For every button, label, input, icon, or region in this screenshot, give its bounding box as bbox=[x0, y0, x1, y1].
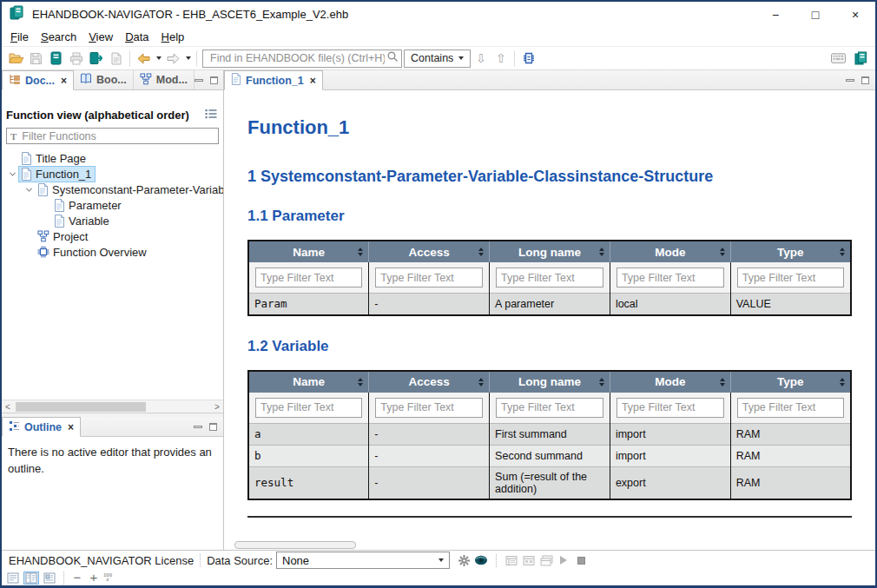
column-header-mode[interactable]: Mode bbox=[610, 241, 730, 262]
export-button[interactable] bbox=[86, 49, 106, 68]
column-header-name[interactable]: Name bbox=[248, 241, 369, 262]
scroll-right-icon[interactable]: > bbox=[211, 402, 223, 412]
menu-help[interactable]: Help bbox=[155, 29, 191, 45]
column-filter-input[interactable] bbox=[737, 398, 844, 418]
menu-file[interactable]: File bbox=[4, 29, 35, 45]
forward-history-caret[interactable] bbox=[183, 49, 193, 68]
open-file-button[interactable] bbox=[6, 49, 26, 68]
sort-icon[interactable] bbox=[840, 248, 845, 256]
close-icon[interactable]: × bbox=[310, 75, 316, 87]
play-icon[interactable] bbox=[555, 552, 572, 569]
find-input[interactable] bbox=[208, 51, 386, 65]
settings-gear-icon[interactable] bbox=[455, 552, 472, 569]
contains-dropdown[interactable]: Contains bbox=[404, 50, 471, 68]
back-history-caret[interactable] bbox=[154, 49, 163, 68]
column-filter-input[interactable] bbox=[617, 268, 724, 287]
search-icon[interactable] bbox=[386, 50, 399, 66]
column-filter-input[interactable] bbox=[737, 268, 844, 287]
ehandbook-file-button[interactable] bbox=[46, 49, 66, 68]
view-thumbnail-icon[interactable] bbox=[42, 571, 57, 585]
goto-model-button[interactable] bbox=[518, 49, 538, 68]
view-split-page-icon[interactable] bbox=[23, 571, 39, 585]
column-header-name[interactable]: Name bbox=[248, 371, 369, 393]
maximize-view-icon[interactable] bbox=[209, 423, 217, 431]
column-header-long-name[interactable]: Long name bbox=[490, 241, 610, 262]
name-link[interactable]: a bbox=[248, 423, 369, 445]
tab-outline[interactable]: Outline × bbox=[2, 417, 81, 437]
column-filter-input[interactable] bbox=[496, 398, 603, 418]
column-header-access[interactable]: Access bbox=[369, 241, 490, 262]
sort-icon[interactable] bbox=[599, 378, 604, 386]
maximize-view-icon[interactable] bbox=[210, 76, 218, 84]
expander-icon[interactable] bbox=[7, 172, 18, 176]
sort-icon[interactable] bbox=[720, 378, 725, 386]
menu-view[interactable]: View bbox=[82, 29, 119, 45]
back-button[interactable] bbox=[134, 49, 154, 68]
hscroll-thumb[interactable] bbox=[16, 402, 146, 412]
sort-icon[interactable] bbox=[358, 378, 363, 386]
filter-functions-input[interactable] bbox=[20, 129, 214, 143]
close-button[interactable]: × bbox=[835, 2, 875, 27]
tab-doc[interactable]: Doc...× bbox=[2, 70, 74, 90]
tab-boo[interactable]: Boo... bbox=[74, 70, 134, 89]
menu-data[interactable]: Data bbox=[119, 29, 155, 45]
print-button[interactable] bbox=[66, 49, 86, 68]
tab-function-1[interactable]: Function_1 × bbox=[224, 70, 323, 90]
column-filter-input[interactable] bbox=[375, 398, 483, 418]
sort-icon[interactable] bbox=[358, 248, 363, 256]
pdf-export-button[interactable] bbox=[106, 49, 126, 68]
menu-search[interactable]: Search bbox=[35, 29, 82, 45]
column-filter-input[interactable] bbox=[375, 268, 483, 287]
expander-icon[interactable] bbox=[23, 188, 35, 192]
column-filter-input[interactable] bbox=[255, 398, 362, 418]
forward-button[interactable] bbox=[163, 49, 183, 68]
shortcuts-icon[interactable] bbox=[828, 49, 848, 68]
measure-window-icon[interactable] bbox=[503, 552, 520, 569]
close-icon[interactable]: × bbox=[61, 75, 67, 87]
data-source-dropdown[interactable]: None bbox=[276, 552, 450, 569]
tree-item-systemconstant-parameter-variable-c[interactable]: Systemconstant-Parameter-Variable-C bbox=[2, 182, 223, 197]
tree-item-title-page[interactable]: Title Page bbox=[2, 150, 223, 166]
scroll-left-icon[interactable]: < bbox=[2, 402, 14, 412]
minimize-view-icon[interactable] bbox=[194, 426, 202, 428]
calibration-window-icon[interactable] bbox=[520, 552, 537, 569]
sort-icon[interactable] bbox=[840, 378, 845, 386]
sort-icon[interactable] bbox=[599, 248, 604, 256]
tree-item-project[interactable]: Project bbox=[2, 228, 223, 244]
visualization-eye-icon[interactable] bbox=[472, 552, 490, 569]
column-filter-input[interactable] bbox=[617, 398, 724, 418]
sort-icon[interactable] bbox=[478, 378, 484, 386]
minimize-view-icon[interactable] bbox=[195, 79, 203, 82]
ehandbook-help-icon[interactable] bbox=[851, 49, 871, 68]
view-menu-icon[interactable] bbox=[205, 107, 217, 122]
minimize-button[interactable]: − bbox=[755, 2, 795, 27]
tree-item-variable[interactable]: Variable bbox=[2, 213, 223, 228]
close-icon[interactable]: × bbox=[68, 421, 74, 433]
maximize-view-icon[interactable] bbox=[861, 76, 869, 84]
view-single-page-icon[interactable] bbox=[5, 571, 21, 585]
sort-icon[interactable] bbox=[478, 248, 484, 256]
tree-item-function_1[interactable]: Function_1 bbox=[2, 166, 223, 182]
zoom-in-button[interactable]: + bbox=[87, 573, 101, 582]
zoom-out-button[interactable]: − bbox=[70, 573, 84, 582]
stop-icon[interactable] bbox=[572, 552, 590, 569]
column-filter-input[interactable] bbox=[255, 268, 362, 287]
column-header-access[interactable]: Access bbox=[369, 371, 490, 393]
tab-mod[interactable]: Mod... bbox=[134, 70, 195, 89]
find-next-icon[interactable]: ⇩ bbox=[471, 49, 491, 68]
maximize-button[interactable]: □ bbox=[795, 2, 835, 27]
column-header-long-name[interactable]: Long name bbox=[490, 371, 610, 393]
column-filter-input[interactable] bbox=[496, 268, 603, 287]
editor-hscroll-thumb[interactable] bbox=[234, 541, 356, 549]
column-header-type[interactable]: Type bbox=[730, 241, 851, 262]
name-link[interactable]: Param bbox=[248, 294, 369, 315]
save-button[interactable] bbox=[26, 49, 46, 68]
experiment-window-icon[interactable] bbox=[537, 552, 555, 569]
sort-icon[interactable] bbox=[720, 248, 725, 256]
column-header-mode[interactable]: Mode bbox=[610, 371, 730, 393]
name-link[interactable]: b bbox=[248, 445, 369, 466]
minimize-view-icon[interactable] bbox=[846, 79, 854, 82]
tree-item-function-overview[interactable]: Function Overview bbox=[2, 244, 223, 260]
tree-item-parameter[interactable]: Parameter bbox=[2, 197, 223, 213]
name-link[interactable]: result bbox=[248, 466, 369, 499]
